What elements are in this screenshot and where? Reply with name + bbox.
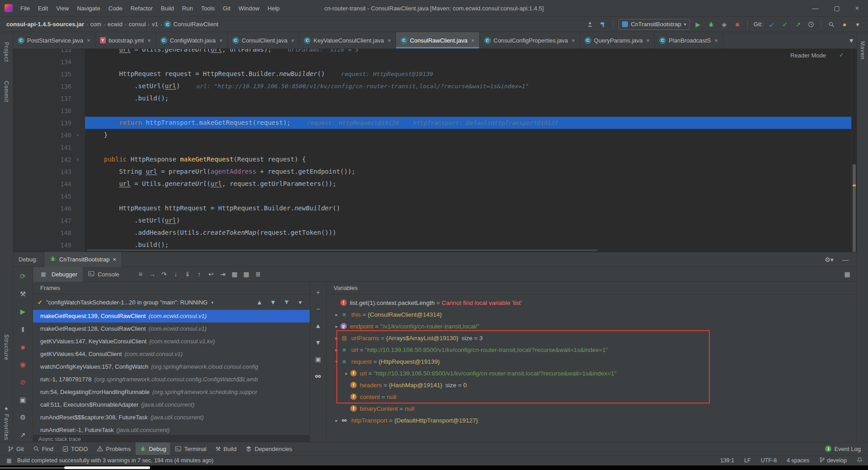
pin-icon[interactable]: ↗: [17, 429, 29, 441]
coverage-icon[interactable]: ◈: [719, 19, 729, 29]
git-update-icon[interactable]: ↙: [767, 19, 777, 29]
gutter-line-144[interactable]: 144: [13, 178, 85, 190]
toolwindow-button-todo[interactable]: TODO: [58, 442, 92, 456]
menu-build[interactable]: Build: [157, 5, 178, 12]
fold-marker-icon[interactable]: ∨: [75, 153, 80, 166]
drop-frame-icon[interactable]: ↩: [206, 269, 216, 279]
code-line-145[interactable]: [85, 190, 851, 202]
stack-frame-row[interactable]: runAndReset$$$capture:308, FutureTask(ja…: [33, 411, 310, 424]
toolwindow-button-dependencies[interactable]: Dependencies: [241, 442, 296, 456]
editor-tab-consulclient-java[interactable]: CConsulClient.java×: [228, 32, 300, 48]
breadcrumb-item[interactable]: v1: [152, 21, 158, 28]
tree-expander-icon[interactable]: ▸: [333, 312, 340, 317]
close-icon[interactable]: ×: [471, 37, 475, 44]
menu-git[interactable]: Git: [219, 5, 235, 12]
debug-session-tab[interactable]: CnTransitBootstrap ×: [44, 252, 122, 267]
event-log-button[interactable]: 1Event Log: [825, 446, 868, 452]
tree-expander-icon[interactable]: ▸: [333, 324, 340, 329]
step-out-icon[interactable]: ↑: [194, 269, 204, 279]
editor-tab-bootstrap-yml[interactable]: Ybootstrap.yml×: [95, 32, 156, 48]
add-watch-icon[interactable]: +: [313, 287, 323, 297]
line-ending[interactable]: LF: [744, 457, 751, 464]
sidebar-item-structure[interactable]: Structure: [0, 334, 13, 361]
move-up-icon[interactable]: ▲: [255, 297, 264, 307]
editor-scrollbar[interactable]: [851, 49, 857, 252]
breadcrumb-item[interactable]: ConsulRawClient: [173, 21, 218, 28]
stack-frame-row[interactable]: run:-1, 1780791778(org.springframework.c…: [33, 373, 310, 386]
code-line-136[interactable]: .setUrl(url)url: "http://10.139.106.50:8…: [85, 80, 851, 92]
notifications-icon[interactable]: ●: [840, 19, 849, 29]
stack-frame-row[interactable]: getKVValues:147, KeyValueConsulClient(co…: [33, 335, 310, 348]
chevron-down-icon[interactable]: ▾: [295, 297, 305, 307]
stop-icon[interactable]: ■: [732, 19, 742, 29]
editor-tab-poststartservice-java[interactable]: CPostStartService.java×: [13, 32, 95, 48]
code-line-138[interactable]: [85, 104, 851, 117]
notifications-bell-icon[interactable]: [857, 457, 863, 464]
remove-watch-icon[interactable]: −: [313, 304, 323, 314]
git-branch-widget[interactable]: develop: [819, 457, 847, 464]
hide-panel-icon[interactable]: —: [840, 255, 850, 265]
view-breakpoints-icon[interactable]: ◉: [17, 359, 29, 370]
gutter-line-143[interactable]: 143: [13, 166, 85, 178]
variable-row[interactable]: ▸pendpoint = "/v1/kv/config/cn-router-tr…: [326, 320, 857, 332]
code-line-137[interactable]: .build();: [85, 92, 851, 104]
filter-icon[interactable]: [282, 297, 292, 307]
git-push-icon[interactable]: ↗: [793, 19, 803, 29]
gutter-line-140[interactable]: 140∨: [13, 129, 85, 141]
code-line-141[interactable]: [85, 141, 851, 153]
git-commit-icon[interactable]: ✓: [780, 19, 790, 29]
sidebar-item-commit[interactable]: Commit: [0, 81, 13, 102]
stack-frame-row[interactable]: run:54, DelegatingErrorHandlingRunnable(…: [33, 386, 310, 399]
step-into-icon[interactable]: ↓: [171, 269, 181, 279]
code-line-147[interactable]: .setUrl(url): [85, 214, 851, 227]
gutter-line-149[interactable]: 149: [13, 239, 85, 251]
file-encoding[interactable]: UTF-8: [761, 457, 777, 464]
editor-tab-consulrawclient-java[interactable]: CConsulRawClient.java×: [396, 32, 480, 48]
code-line-142[interactable]: public HttpResponse makeGetRequest(Reque…: [85, 153, 851, 166]
editor-tab-configwatch-java[interactable]: CConfigWatch.java×: [156, 32, 228, 48]
close-icon[interactable]: ×: [219, 37, 223, 44]
gear-icon[interactable]: ⚙▾: [824, 255, 834, 265]
show-watches-icon[interactable]: oo: [313, 371, 323, 381]
editor-tab-keyvalueconsulclient-java[interactable]: CKeyValueConsulClient.java×: [299, 32, 396, 48]
breadcrumb-item[interactable]: com: [90, 21, 102, 28]
close-icon[interactable]: ×: [571, 37, 575, 44]
editor-gutter[interactable]: 133134135136137138139140∨141142∨14314414…: [13, 49, 85, 252]
variable-row[interactable]: ▸▤urlParams = {Arrays$ArrayList@19130}si…: [326, 332, 857, 344]
menu-help[interactable]: Help: [264, 5, 284, 12]
sidebar-item-maven[interactable]: Maven: [857, 41, 868, 60]
stack-frame-row[interactable]: getKVValues:644, ConsulClient(com.ecwid.…: [33, 348, 310, 361]
code-line-134[interactable]: [85, 56, 851, 68]
stop-icon[interactable]: ■: [17, 341, 29, 353]
gutter-line-133[interactable]: 133: [13, 49, 85, 56]
sidebar-item-project[interactable]: Project: [0, 42, 13, 62]
tree-expander-icon[interactable]: ▸: [333, 336, 340, 341]
mute-breakpoints-icon[interactable]: ⊘: [17, 376, 29, 388]
gutter-line-136[interactable]: 136: [13, 80, 85, 92]
async-stack-trace-label[interactable]: Async stack trace: [33, 435, 310, 442]
restore-layout-icon[interactable]: ▦: [842, 269, 852, 279]
menu-window[interactable]: Window: [235, 5, 264, 12]
tool-window-switcher-icon[interactable]: ▦: [5, 456, 13, 465]
close-icon[interactable]: ×: [291, 37, 295, 44]
user-icon[interactable]: [585, 19, 595, 29]
breadcrumb-item[interactable]: consul-api-1.4.5-sources.jar: [6, 21, 84, 28]
gutter-line-141[interactable]: 141: [13, 141, 85, 153]
variable-row[interactable]: fheaders = {HashMap@19141}size = 0: [326, 379, 857, 391]
caret-position[interactable]: 139:1: [720, 457, 734, 464]
code-line-146[interactable]: HttpRequest httpRequest = HttpRequest.Bu…: [85, 202, 851, 214]
layout-icon[interactable]: ≡: [136, 269, 146, 279]
gutter-line-148[interactable]: 148: [13, 227, 85, 239]
minimize-button[interactable]: —: [812, 5, 819, 12]
code-line-143[interactable]: String url = prepareUrl(agentAddress + r…: [85, 166, 851, 178]
settings-sliders-icon[interactable]: ≣: [253, 269, 263, 279]
stack-frame-row[interactable]: runAndReset:-1, FutureTask(java.util.con…: [33, 424, 310, 435]
gutter-line-139[interactable]: 139: [13, 117, 85, 129]
variable-row[interactable]: ▸≡this = {ConsulRawClient@14314}: [326, 309, 857, 320]
gutter-line-138[interactable]: 138: [13, 104, 85, 117]
menu-refactor[interactable]: Refactor: [127, 5, 157, 12]
maximize-button[interactable]: ▢: [834, 5, 840, 12]
editor-tab-queryparams-java[interactable]: CQueryParams.java×: [580, 32, 655, 48]
toolwindow-button-problems[interactable]: Problems: [93, 442, 135, 456]
step-over-icon[interactable]: ↷: [159, 269, 169, 279]
